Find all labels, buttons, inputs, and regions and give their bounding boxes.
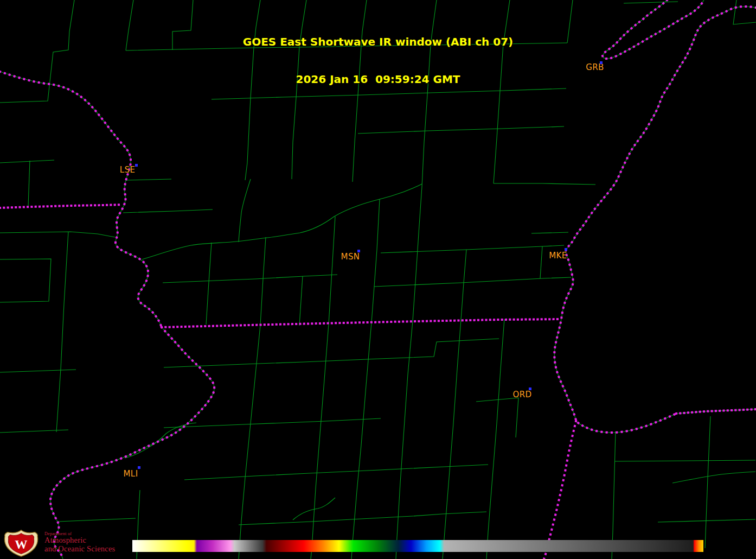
station-dot-GRB: [600, 61, 603, 64]
mississippi-river-border-south: [50, 327, 214, 559]
illinois-indiana-border: [544, 421, 576, 559]
image-title: GOES East Shortwave IR window (ABI ch 07…: [0, 11, 756, 111]
station-dot-MLI: [138, 466, 140, 469]
lake-michigan-state-line: [676, 409, 756, 414]
logo-text: Department of Atmospheric and Oceanic Sc…: [44, 529, 115, 553]
crest-letter: W: [15, 537, 27, 551]
logo-name-line1: Atmospheric: [44, 536, 115, 544]
satellite-map-view: GOES East Shortwave IR window (ABI ch 07…: [0, 0, 756, 559]
temperature-colorbar: [132, 540, 703, 552]
title-line-1: GOES East Shortwave IR window (ABI ch 07…: [0, 36, 756, 48]
uw-aos-logo: W Department of Atmospheric and Oceanic …: [3, 529, 115, 558]
uw-crest-icon: W: [3, 529, 39, 558]
station-dot-MKE: [565, 248, 567, 251]
station-label-ORD: ORD: [513, 390, 532, 399]
station-dot-ORD: [529, 388, 531, 390]
station-label-MKE: MKE: [549, 251, 567, 261]
station-label-LSE: LSE: [120, 165, 136, 175]
wisconsin-illinois-border: [162, 319, 561, 327]
station-dot-MSN: [357, 250, 360, 252]
title-line-2: 2026 Jan 16 09:59:24 GMT: [0, 73, 756, 86]
logo-name-line2: and Oceanic Sciences: [44, 545, 115, 553]
station-label-MSN: MSN: [341, 252, 360, 262]
station-label-MLI: MLI: [124, 469, 138, 479]
station-dot-LSE: [135, 164, 138, 167]
iowa-minnesota-border: [0, 205, 123, 208]
